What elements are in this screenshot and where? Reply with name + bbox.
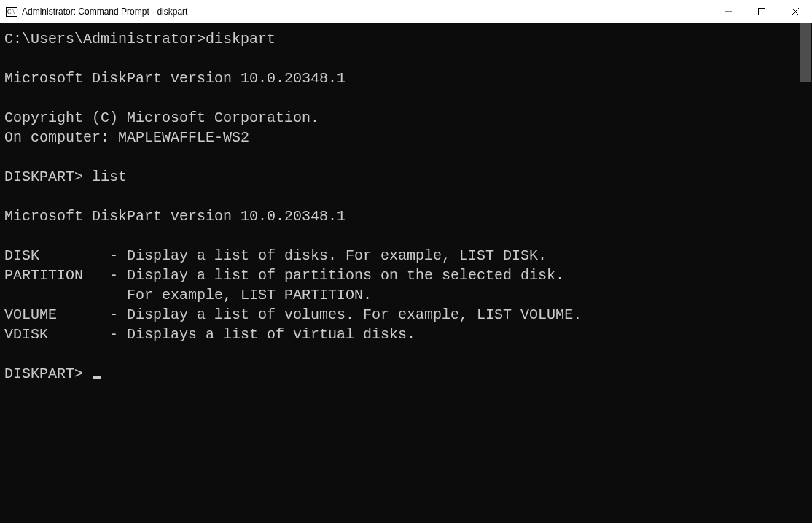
app-icon: C:\ bbox=[6, 6, 17, 18]
copyright-line: Copyright (C) Microsoft Corporation. bbox=[4, 108, 795, 128]
help-volume: VOLUME - Display a list of volumes. For … bbox=[4, 305, 795, 325]
svg-text:C:\: C:\ bbox=[7, 9, 15, 15]
help-disk: DISK - Display a list of disks. For exam… bbox=[4, 246, 795, 266]
console-output[interactable]: C:\Users\Administrator>diskpart Microsof… bbox=[0, 23, 799, 523]
window-title: Administrator: Command Prompt - diskpart bbox=[22, 7, 711, 17]
scrollbar-thumb[interactable] bbox=[800, 23, 811, 82]
help-vdisk: VDISK - Displays a list of virtual disks… bbox=[4, 325, 795, 344]
prompt-path: C:\Users\Administrator> bbox=[4, 31, 206, 47]
version-line: Microsoft DiskPart version 10.0.20348.1 bbox=[4, 206, 795, 226]
help-partition: PARTITION - Display a list of partitions… bbox=[4, 266, 795, 285]
console-area: C:\Users\Administrator>diskpart Microsof… bbox=[0, 23, 812, 523]
maximize-button[interactable] bbox=[745, 0, 778, 23]
diskpart-prompt: DISKPART> bbox=[4, 365, 92, 382]
close-button[interactable] bbox=[778, 0, 812, 23]
version-line: Microsoft DiskPart version 10.0.20348.1 bbox=[4, 69, 795, 88]
help-partition-cont: For example, LIST PARTITION. bbox=[4, 285, 795, 305]
diskpart-prompt: DISKPART> bbox=[4, 168, 92, 185]
vertical-scrollbar[interactable] bbox=[799, 23, 812, 523]
minimize-button[interactable] bbox=[711, 0, 745, 23]
titlebar[interactable]: C:\ Administrator: Command Prompt - disk… bbox=[0, 0, 812, 23]
computer-line: On computer: MAPLEWAFFLE-WS2 bbox=[4, 128, 795, 147]
cursor-icon bbox=[93, 376, 101, 379]
typed-command: list bbox=[92, 168, 127, 185]
svg-rect-4 bbox=[759, 9, 765, 15]
typed-command: diskpart bbox=[206, 31, 276, 47]
window-controls bbox=[711, 0, 812, 23]
